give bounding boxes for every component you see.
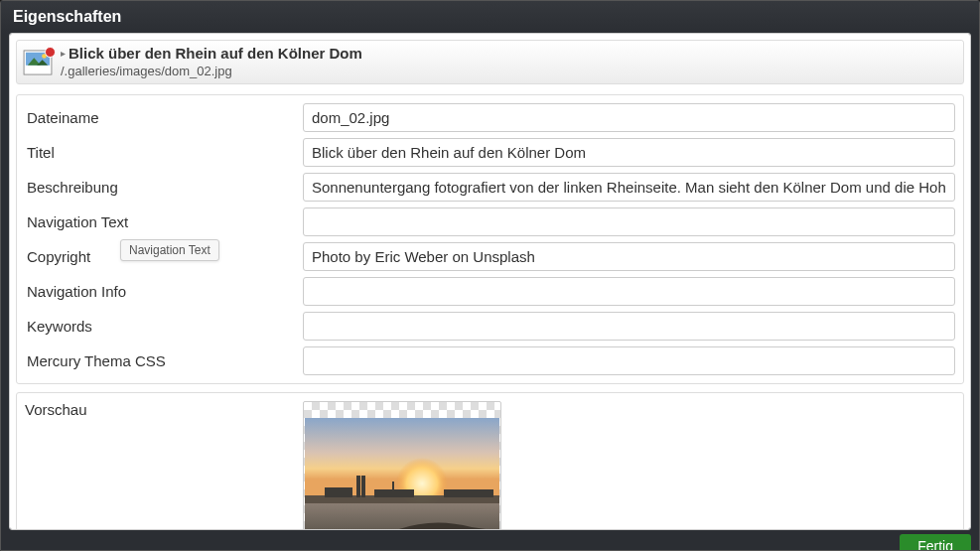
file-title: Blick über den Rhein auf den Kölner Dom [69, 45, 362, 64]
tooltip-navtext: Navigation Text [120, 239, 219, 261]
dialog-title: Eigenschaften [13, 8, 121, 25]
input-description[interactable] [303, 173, 955, 202]
done-button[interactable]: Fertig [900, 534, 971, 550]
dialog-content: ▸ Blick über den Rhein auf den Kölner Do… [9, 33, 971, 530]
row-navtext: Navigation Text Navigation Text [25, 207, 955, 236]
svg-rect-12 [392, 482, 394, 497]
input-themecss[interactable] [303, 346, 955, 375]
svg-rect-9 [361, 476, 365, 497]
svg-rect-14 [305, 503, 499, 530]
row-description: Beschreibung [25, 173, 955, 202]
row-keywords: Keywords [25, 312, 955, 341]
image-icon [23, 50, 53, 75]
svg-rect-13 [444, 489, 493, 497]
status-dot-icon [45, 47, 56, 58]
dialog-footer: Fertig [1, 530, 979, 550]
properties-form: Dateiname Titel Beschreibung Navigation … [16, 94, 964, 384]
input-navinfo[interactable] [303, 277, 955, 306]
preview-label: Vorschau [25, 401, 303, 418]
row-navinfo: Navigation Info [25, 277, 955, 306]
file-header: ▸ Blick über den Rhein auf den Kölner Do… [16, 40, 964, 84]
label-filename: Dateiname [25, 109, 303, 126]
preview-thumbnail-icon [305, 418, 499, 530]
row-title: Titel [25, 138, 955, 167]
file-header-texts: ▸ Blick über den Rhein auf den Kölner Do… [61, 45, 362, 79]
label-themecss: Mercury Thema CSS [25, 352, 303, 369]
label-keywords: Keywords [25, 318, 303, 335]
properties-dialog: Eigenschaften ▸ Blick über den Rhein auf… [0, 0, 980, 551]
input-copyright[interactable] [303, 242, 955, 271]
preview-section: Vorschau 261kb 2000 x 1333 [16, 392, 964, 530]
row-filename: Dateiname [25, 103, 955, 132]
row-themecss: Mercury Thema CSS [25, 346, 955, 375]
caret-right-icon: ▸ [61, 48, 66, 61]
label-title: Titel [25, 144, 303, 161]
label-navtext: Navigation Text [25, 213, 303, 230]
input-navtext[interactable] [303, 207, 955, 236]
preview-left: Vorschau 261kb 2000 x 1333 [25, 401, 303, 530]
label-navinfo: Navigation Info [25, 283, 303, 300]
label-description: Beschreibung [25, 179, 303, 196]
input-keywords[interactable] [303, 312, 955, 341]
file-path: /.galleries/images/dom_02.jpg [61, 64, 362, 79]
svg-rect-8 [356, 476, 360, 497]
input-filename[interactable] [303, 103, 955, 132]
svg-rect-10 [325, 487, 352, 497]
preview-image[interactable] [303, 401, 501, 530]
dialog-titlebar[interactable]: Eigenschaften [1, 1, 979, 33]
input-title[interactable] [303, 138, 955, 167]
